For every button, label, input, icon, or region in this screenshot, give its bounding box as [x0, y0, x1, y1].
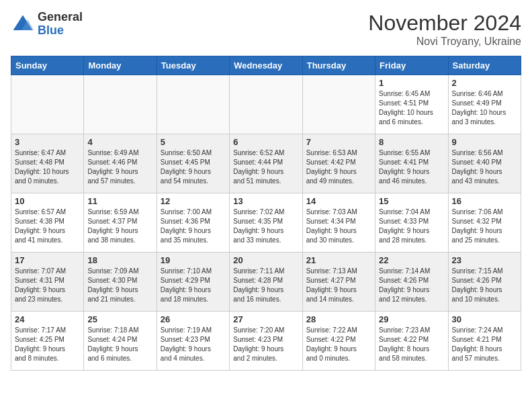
day-info: Sunrise: 7:24 AM Sunset: 4:21 PM Dayligh… [452, 326, 517, 363]
weekday-header-saturday: Saturday [448, 56, 521, 75]
weekday-header-friday: Friday [375, 56, 448, 75]
calendar-cell: 13Sunrise: 7:02 AM Sunset: 4:35 PM Dayli… [230, 193, 302, 253]
day-info: Sunrise: 7:13 AM Sunset: 4:27 PM Dayligh… [306, 267, 371, 304]
calendar-cell: 18Sunrise: 7:09 AM Sunset: 4:30 PM Dayli… [84, 253, 157, 312]
calendar-cell: 14Sunrise: 7:03 AM Sunset: 4:34 PM Dayli… [302, 193, 375, 253]
day-info: Sunrise: 7:18 AM Sunset: 4:24 PM Dayligh… [87, 326, 152, 363]
calendar-cell: 26Sunrise: 7:19 AM Sunset: 4:23 PM Dayli… [157, 312, 229, 371]
day-number: 5 [161, 137, 226, 147]
calendar-cell: 22Sunrise: 7:14 AM Sunset: 4:26 PM Dayli… [375, 253, 448, 312]
day-info: Sunrise: 7:23 AM Sunset: 4:22 PM Dayligh… [379, 326, 444, 363]
calendar-cell: 16Sunrise: 7:06 AM Sunset: 4:32 PM Dayli… [448, 193, 521, 253]
calendar-cell: 17Sunrise: 7:07 AM Sunset: 4:31 PM Dayli… [11, 253, 84, 312]
day-info: Sunrise: 6:47 AM Sunset: 4:48 PM Dayligh… [15, 148, 80, 186]
day-number: 24 [15, 314, 80, 324]
calendar-cell: 30Sunrise: 7:24 AM Sunset: 4:21 PM Dayli… [448, 312, 521, 371]
week-row-3: 10Sunrise: 6:57 AM Sunset: 4:38 PM Dayli… [11, 193, 521, 253]
day-number: 14 [306, 196, 371, 206]
month-title: November 2024 [368, 11, 521, 36]
calendar-cell: 6Sunrise: 6:52 AM Sunset: 4:44 PM Daylig… [230, 134, 302, 193]
logo-text: General Blue [38, 11, 83, 38]
calendar-cell [11, 75, 84, 134]
calendar-cell: 5Sunrise: 6:50 AM Sunset: 4:45 PM Daylig… [157, 134, 229, 193]
day-number: 12 [161, 196, 226, 206]
calendar-cell: 29Sunrise: 7:23 AM Sunset: 4:22 PM Dayli… [375, 312, 448, 371]
day-info: Sunrise: 6:45 AM Sunset: 4:51 PM Dayligh… [379, 89, 444, 127]
location-title: Novi Troyany, Ukraine [368, 36, 521, 48]
calendar-table: SundayMondayTuesdayWednesdayThursdayFrid… [11, 56, 521, 371]
weekday-header-sunday: Sunday [11, 56, 84, 75]
calendar-cell: 8Sunrise: 6:55 AM Sunset: 4:41 PM Daylig… [375, 134, 448, 193]
day-number: 26 [161, 314, 226, 324]
calendar-cell: 9Sunrise: 6:56 AM Sunset: 4:40 PM Daylig… [448, 134, 521, 193]
week-row-5: 24Sunrise: 7:17 AM Sunset: 4:25 PM Dayli… [11, 312, 521, 371]
day-info: Sunrise: 7:03 AM Sunset: 4:34 PM Dayligh… [306, 208, 371, 245]
day-info: Sunrise: 7:04 AM Sunset: 4:33 PM Dayligh… [379, 208, 444, 245]
day-info: Sunrise: 7:02 AM Sunset: 4:35 PM Dayligh… [233, 208, 298, 245]
day-number: 9 [452, 137, 517, 147]
day-number: 8 [379, 137, 444, 147]
logo-icon [11, 12, 35, 36]
day-number: 15 [379, 196, 444, 206]
day-info: Sunrise: 7:09 AM Sunset: 4:30 PM Dayligh… [87, 267, 152, 304]
calendar-cell: 1Sunrise: 6:45 AM Sunset: 4:51 PM Daylig… [375, 75, 448, 134]
day-number: 13 [233, 196, 298, 206]
calendar-cell: 24Sunrise: 7:17 AM Sunset: 4:25 PM Dayli… [11, 312, 84, 371]
week-row-2: 3Sunrise: 6:47 AM Sunset: 4:48 PM Daylig… [11, 134, 521, 193]
day-number: 6 [233, 137, 298, 147]
weekday-header-wednesday: Wednesday [230, 56, 302, 75]
day-number: 28 [306, 314, 371, 324]
calendar-cell: 27Sunrise: 7:20 AM Sunset: 4:23 PM Dayli… [230, 312, 302, 371]
weekday-header-monday: Monday [84, 56, 157, 75]
calendar-cell: 3Sunrise: 6:47 AM Sunset: 4:48 PM Daylig… [11, 134, 84, 193]
day-info: Sunrise: 6:50 AM Sunset: 4:45 PM Dayligh… [161, 148, 226, 186]
day-number: 11 [87, 196, 152, 206]
calendar-cell: 2Sunrise: 6:46 AM Sunset: 4:49 PM Daylig… [448, 75, 521, 134]
calendar-cell: 19Sunrise: 7:10 AM Sunset: 4:29 PM Dayli… [157, 253, 229, 312]
calendar-cell [157, 75, 229, 134]
day-info: Sunrise: 6:49 AM Sunset: 4:46 PM Dayligh… [87, 148, 152, 186]
week-row-4: 17Sunrise: 7:07 AM Sunset: 4:31 PM Dayli… [11, 253, 521, 312]
calendar-cell: 25Sunrise: 7:18 AM Sunset: 4:24 PM Dayli… [84, 312, 157, 371]
day-number: 19 [161, 255, 226, 265]
logo: General Blue [11, 11, 83, 38]
day-number: 3 [15, 137, 80, 147]
day-info: Sunrise: 6:59 AM Sunset: 4:37 PM Dayligh… [87, 208, 152, 245]
day-info: Sunrise: 7:22 AM Sunset: 4:22 PM Dayligh… [306, 326, 371, 363]
day-info: Sunrise: 7:19 AM Sunset: 4:23 PM Dayligh… [161, 326, 226, 363]
logo-blue-text: Blue [38, 24, 83, 38]
calendar-cell: 23Sunrise: 7:15 AM Sunset: 4:26 PM Dayli… [448, 253, 521, 312]
header: General Blue November 2024 Novi Troyany,… [11, 11, 521, 48]
calendar-cell: 28Sunrise: 7:22 AM Sunset: 4:22 PM Dayli… [302, 312, 375, 371]
day-info: Sunrise: 7:20 AM Sunset: 4:23 PM Dayligh… [233, 326, 298, 363]
day-info: Sunrise: 7:11 AM Sunset: 4:28 PM Dayligh… [233, 267, 298, 304]
calendar-cell: 12Sunrise: 7:00 AM Sunset: 4:36 PM Dayli… [157, 193, 229, 253]
calendar-cell: 4Sunrise: 6:49 AM Sunset: 4:46 PM Daylig… [84, 134, 157, 193]
day-info: Sunrise: 7:00 AM Sunset: 4:36 PM Dayligh… [161, 208, 226, 245]
calendar-cell: 21Sunrise: 7:13 AM Sunset: 4:27 PM Dayli… [302, 253, 375, 312]
day-info: Sunrise: 6:57 AM Sunset: 4:38 PM Dayligh… [15, 208, 80, 245]
day-number: 4 [87, 137, 152, 147]
logo-general-text: General [38, 11, 83, 24]
day-number: 1 [379, 78, 444, 88]
day-number: 30 [452, 314, 517, 324]
calendar-cell: 7Sunrise: 6:53 AM Sunset: 4:42 PM Daylig… [302, 134, 375, 193]
calendar-cell [230, 75, 302, 134]
day-number: 20 [233, 255, 298, 265]
day-info: Sunrise: 6:46 AM Sunset: 4:49 PM Dayligh… [452, 89, 517, 127]
day-number: 22 [379, 255, 444, 265]
title-area: November 2024 Novi Troyany, Ukraine [368, 11, 521, 48]
day-info: Sunrise: 7:15 AM Sunset: 4:26 PM Dayligh… [452, 267, 517, 304]
calendar-cell [302, 75, 375, 134]
day-number: 21 [306, 255, 371, 265]
day-info: Sunrise: 7:10 AM Sunset: 4:29 PM Dayligh… [161, 267, 226, 304]
day-info: Sunrise: 7:14 AM Sunset: 4:26 PM Dayligh… [379, 267, 444, 304]
weekday-header-row: SundayMondayTuesdayWednesdayThursdayFrid… [11, 56, 521, 75]
calendar-cell [84, 75, 157, 134]
calendar-cell: 20Sunrise: 7:11 AM Sunset: 4:28 PM Dayli… [230, 253, 302, 312]
day-info: Sunrise: 7:17 AM Sunset: 4:25 PM Dayligh… [15, 326, 80, 363]
day-number: 2 [452, 78, 517, 88]
day-number: 16 [452, 196, 517, 206]
week-row-1: 1Sunrise: 6:45 AM Sunset: 4:51 PM Daylig… [11, 75, 521, 134]
day-number: 7 [306, 137, 371, 147]
